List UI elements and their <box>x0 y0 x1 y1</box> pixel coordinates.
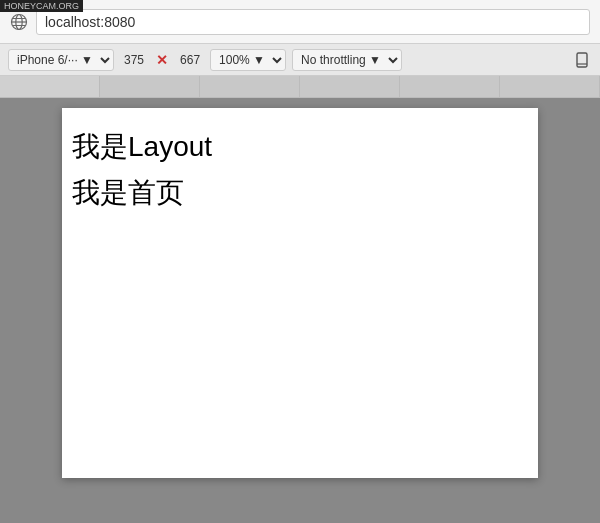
device-selector[interactable]: iPhone 6/··· ▼ <box>8 49 114 71</box>
page-content: 我是Layout 我是首页 <box>62 108 538 478</box>
dimensions-separator: ✕ <box>154 52 170 68</box>
tab-bar <box>0 76 600 98</box>
toolbar: iPhone 6/··· ▼ 375 ✕ 667 100% ▼ No throt… <box>0 44 600 76</box>
address-input[interactable] <box>36 9 590 35</box>
home-heading: 我是首页 <box>72 174 528 212</box>
layout-heading: 我是Layout <box>72 128 528 166</box>
address-bar <box>0 0 600 44</box>
device-frame: 我是Layout 我是首页 <box>62 108 538 478</box>
tab-5[interactable] <box>400 76 500 97</box>
main-area: 我是Layout 我是首页 <box>0 98 600 523</box>
height-value: 667 <box>176 53 204 67</box>
tab-3[interactable] <box>200 76 300 97</box>
globe-icon <box>10 13 28 31</box>
tab-2[interactable] <box>100 76 200 97</box>
width-value: 375 <box>120 53 148 67</box>
tab-6[interactable] <box>500 76 600 97</box>
svg-rect-5 <box>577 53 587 67</box>
throttling-selector[interactable]: No throttling ▼ <box>292 49 402 71</box>
tab-4[interactable] <box>300 76 400 97</box>
zoom-selector[interactable]: 100% ▼ <box>210 49 286 71</box>
tab-1[interactable] <box>0 76 100 97</box>
rotate-button[interactable] <box>572 50 592 70</box>
watermark: HONEYCAM.ORG <box>0 0 83 12</box>
